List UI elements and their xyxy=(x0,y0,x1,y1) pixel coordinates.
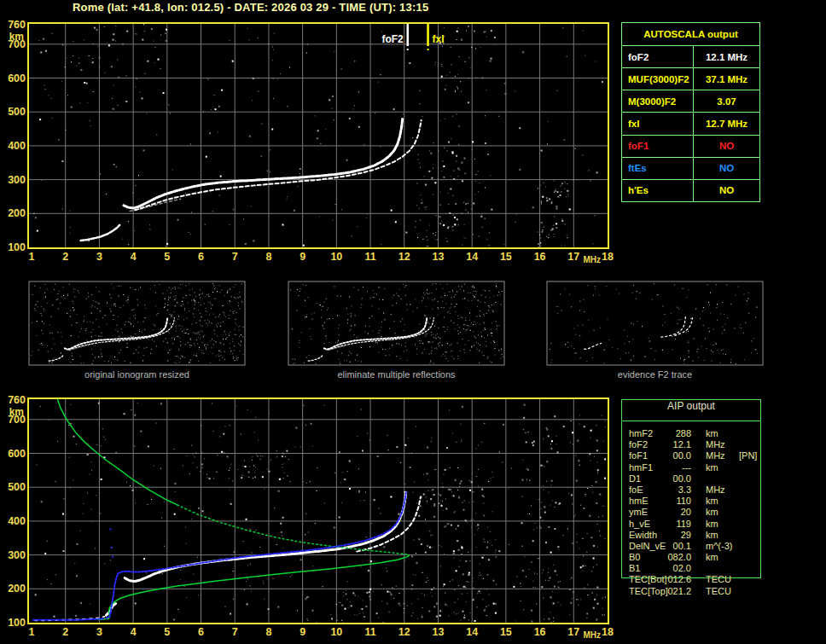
thumbnail-border xyxy=(29,281,245,365)
trace-dot xyxy=(112,556,113,558)
thumb-o-trace xyxy=(324,317,428,350)
x-tick-label: 16 xyxy=(534,626,546,638)
y-tick-label: 100 xyxy=(8,241,26,253)
autoscala-table: AUTOSCALA output foF212.1 MHzMUF(3000)F2… xyxy=(621,22,760,202)
x-tick-label: 12 xyxy=(398,251,410,263)
noise-dots xyxy=(439,26,492,92)
y-tick-label: 760 xyxy=(8,19,26,31)
x-tick-label: 15 xyxy=(500,251,512,263)
aip-value: 00.0 xyxy=(666,473,691,484)
aip-label: hmF1 xyxy=(621,462,666,473)
autoscala-table-title: AUTOSCALA output xyxy=(622,23,759,45)
plot-border xyxy=(28,398,608,624)
y-tick-label: 200 xyxy=(8,583,26,595)
x-tick-label: 12 xyxy=(398,626,410,638)
aip-value: 3.3 xyxy=(666,484,691,496)
aip-value: 12.1 xyxy=(666,439,691,450)
noise-dots xyxy=(411,467,497,622)
y-axis-unit: km xyxy=(9,406,24,418)
aip-row-foF2: foF212.1MHz xyxy=(621,439,779,450)
aip-unit: TECU xyxy=(691,586,739,597)
autoscala-row-MUF(3000)F2: MUF(3000)F237.1 MHz xyxy=(622,67,759,90)
x-tick-label: 7 xyxy=(232,251,238,263)
thumbnail-caption-3: evidence F2 trace xyxy=(547,369,763,380)
autoscala-param-label: h'Es xyxy=(622,180,694,201)
aip-row-hmF2: hmF2288km xyxy=(621,428,779,439)
x-tick-label: 17 xyxy=(567,626,579,638)
y-axis-unit: km xyxy=(9,31,24,43)
x-tick-label: 4 xyxy=(131,251,137,263)
thumbnail-caption-1: original ionogram resized xyxy=(29,369,245,380)
thumb-e-trace xyxy=(308,356,323,362)
aip-unit: MHz xyxy=(691,439,739,450)
x-tick-label: 2 xyxy=(62,626,68,638)
x-tick-label: 2 xyxy=(62,251,68,263)
aip-label: foE xyxy=(621,484,666,496)
aip-label: ymE xyxy=(621,507,666,518)
x-axis-unit: MHz xyxy=(583,255,601,264)
autoscala-param-value: NO xyxy=(694,185,759,195)
autoscala-row-ftEs: ftEsNO xyxy=(622,157,759,179)
autoscala-param-label: foF2 xyxy=(622,46,694,67)
plot-border xyxy=(28,23,608,248)
aip-row-ymE: ymE20km xyxy=(621,507,779,518)
x-tick-label: 8 xyxy=(265,251,271,263)
x-tick-label: 3 xyxy=(96,251,102,263)
y-tick-label: 600 xyxy=(8,448,26,460)
autoscala-param-value: NO xyxy=(694,163,759,173)
x-tick-label: 8 xyxy=(265,626,271,638)
y-tick-label: 600 xyxy=(8,73,26,84)
aip-label: D1 xyxy=(621,473,666,484)
thumb-o-trace xyxy=(65,317,168,350)
x-tick-label: 1 xyxy=(29,251,35,263)
aip-value: 082.0 xyxy=(666,552,691,563)
x-tick-label: 6 xyxy=(198,251,204,263)
x-tick-label: 17 xyxy=(567,251,579,263)
aip-unit: TECU xyxy=(691,574,739,585)
aip-value: 288 xyxy=(666,428,691,439)
autoscala-param-value: NO xyxy=(694,141,759,151)
x-tick-label: 3 xyxy=(96,626,102,638)
aip-label: B1 xyxy=(621,563,666,574)
aip-label: h_vE xyxy=(621,519,666,530)
autoscala-param-label: fxI xyxy=(622,113,694,134)
autoscala-param-value: 12.7 MHz xyxy=(694,119,759,129)
aip-unit: MHz xyxy=(691,450,739,461)
aip-label: TEC[Bot] xyxy=(621,574,666,585)
y-tick-label: 400 xyxy=(8,140,26,152)
aip-value: 02.0 xyxy=(666,563,691,574)
aip-unit: km xyxy=(691,507,739,518)
x-tick-label: 9 xyxy=(300,251,305,263)
noise-dots xyxy=(567,415,606,618)
autoscala-param-label: M(3000)F2 xyxy=(622,90,694,112)
y-tick-label: 400 xyxy=(8,515,26,527)
noise-dots xyxy=(538,181,571,249)
thumbnail-1 xyxy=(29,281,245,365)
thumbnail-caption-2: eliminate multiple reflections xyxy=(288,369,504,380)
y-tick-label: 500 xyxy=(8,106,26,118)
aip-label: DelN_vE xyxy=(621,541,666,552)
aip-unit: km xyxy=(691,428,739,439)
aip-row-h_vE: h_vE119km xyxy=(621,519,779,530)
aip-row-foF1: foF100.0MHz[PN] xyxy=(621,450,779,461)
thumbnail-3 xyxy=(547,281,763,365)
autoscala-param-label: MUF(3000)F2 xyxy=(622,68,694,90)
x-tick-label: 5 xyxy=(164,251,170,263)
marker-label-foF2: foF2 xyxy=(381,33,404,45)
autoscala-row-foF1: foF1NO xyxy=(622,135,759,157)
aip-label: Ewidth xyxy=(621,530,666,541)
x-tick-label: 1 xyxy=(29,626,35,638)
aip-table-rows: hmF2288kmfoF212.1MHzfoF100.0MHz[PN]hmF1-… xyxy=(621,428,779,597)
thumb-fragment-o-trace xyxy=(585,344,602,350)
x-tick-label: 15 xyxy=(500,626,512,638)
x-tick-label: 13 xyxy=(433,251,445,263)
aip-unit: km xyxy=(691,530,739,541)
aip-row-hmE: hmE110km xyxy=(621,496,779,507)
bottom-ionogram: 760700600500400300200100km12345678910111… xyxy=(8,394,614,640)
aip-value: 00.1 xyxy=(666,541,691,552)
aip-value: 021.2 xyxy=(666,586,691,597)
x-tick-label: 10 xyxy=(330,251,342,263)
ionogram-app-window: { "title": "Rome (lat: +41.8, lon: 012.5… xyxy=(0,0,826,644)
o-trace xyxy=(124,118,403,208)
thumbnail-border xyxy=(288,281,504,365)
